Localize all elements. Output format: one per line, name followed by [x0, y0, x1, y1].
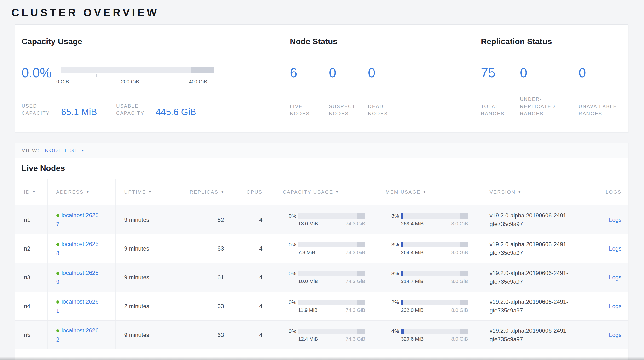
column-header-address[interactable]: ADDRESS▼: [48, 179, 116, 206]
partial-row-cell: [15, 349, 628, 360]
node-version-cell: v19.2.0-alpha.20190606-2491-gfe735c9a97: [481, 234, 605, 263]
column-label: UPTIME: [124, 189, 146, 195]
node-version-cell: v19.2.0-alpha.20190606-2491-gfe735c9a97: [481, 206, 605, 234]
dropdown-caret-icon: ▼: [81, 148, 84, 152]
live-nodes-card: VIEW: NODE LIST ▼ Live Nodes ID▼ADDRESS▼…: [15, 142, 628, 360]
node-id-cell: n4: [15, 292, 48, 321]
node-cpus: 4: [259, 303, 262, 309]
node-replicas-cell: 62: [172, 206, 236, 234]
node-address-link[interactable]: localhost:26258: [56, 240, 99, 257]
sort-caret-icon: ▼: [518, 190, 521, 194]
live-status-dot-icon: [56, 300, 60, 304]
node-uptime: 9 minutes: [124, 245, 149, 252]
capacity-gauge-row: 0.0% 0 GiB200 GiB400 GiB: [22, 66, 290, 79]
node-id-cell: n3: [15, 263, 48, 292]
usable-capacity-stat: USABLE CAPACITY 445.6 GiB: [116, 102, 196, 117]
node-version: v19.2.0-alpha.20190606-2491-gfe735c9a97: [490, 326, 595, 344]
node-cpus-cell: 4: [236, 263, 274, 292]
mem-bar-fill: [401, 328, 404, 334]
mem-max-value: 8.0 GiB: [451, 278, 468, 284]
view-selector-dropdown[interactable]: NODE LIST ▼: [45, 147, 84, 154]
logs-link[interactable]: Logs: [609, 274, 622, 281]
capacity-mini-bar: [298, 213, 365, 219]
node-address-link[interactable]: localhost:26257: [56, 211, 99, 229]
table-row: n1 localhost:26257 9 minutes 62 4 0% 13.…: [15, 206, 628, 234]
capacity-mini-bar: [298, 271, 365, 276]
used-capacity-stat: USED CAPACITY 65.1 MiB: [22, 102, 97, 117]
view-label: VIEW:: [22, 147, 40, 154]
node-address-text: localhost:26262: [56, 327, 99, 342]
column-label: ADDRESS: [56, 189, 84, 195]
capacity-usage-widget: 0% 13.0 MiB 74.3 GiB: [283, 213, 377, 227]
logs-link[interactable]: Logs: [609, 217, 622, 223]
column-label: CPUS: [247, 189, 262, 195]
mem-bar-fill: [401, 271, 403, 276]
column-header-logs: LOGS: [605, 179, 628, 206]
live-status-dot-icon: [56, 329, 60, 332]
mem-max-value: 8.0 GiB: [451, 221, 468, 227]
node-status-section: Node Status 6 LIVE NODES 0 SUSPECT NODES…: [290, 37, 481, 132]
logs-link[interactable]: Logs: [609, 303, 622, 309]
node-uptime-cell: 9 minutes: [116, 263, 172, 292]
capacity-percent-label: 0%: [283, 213, 296, 219]
node-address-text: localhost:26258: [56, 241, 99, 256]
capacity-bar-reserved-segment: [357, 242, 365, 247]
logs-link[interactable]: Logs: [609, 332, 622, 338]
node-address-text: localhost:26257: [56, 212, 99, 227]
capacity-percent-label: 0%: [283, 270, 296, 277]
node-id-cell: n1: [15, 206, 48, 234]
capacity-usage-cell: 0% 12.4 MiB 74.3 GiB: [274, 321, 377, 349]
used-capacity-label: USED CAPACITY: [22, 102, 61, 117]
node-cpus-cell: 4: [236, 292, 274, 321]
page-title: CLUSTER OVERVIEW: [12, 7, 628, 19]
table-row-partial: [15, 349, 628, 360]
node-address-cell: localhost:26262: [48, 321, 116, 349]
column-header-mem-usage[interactable]: MEM USAGE▼: [377, 179, 481, 206]
total-ranges-count: 75: [481, 66, 520, 79]
cluster-overview-page: CLUSTER OVERVIEW Capacity Usage 0.0% 0 G…: [0, 0, 644, 360]
column-header-version[interactable]: VERSION▼: [481, 179, 605, 206]
mem-used-value: 314.7 MiB: [401, 278, 424, 284]
capacity-percent-label: 0%: [283, 242, 296, 248]
live-nodes-stat: 6 LIVE NODES: [290, 66, 329, 117]
node-version: v19.2.0-alpha.20190606-2491-gfe735c9a97: [490, 298, 595, 315]
node-replicas-cell: 63: [172, 234, 236, 263]
mem-percent-label: 3%: [386, 270, 399, 277]
column-header-uptime[interactable]: UPTIME▼: [116, 179, 172, 206]
capacity-gauge: 0 GiB200 GiB400 GiB: [61, 67, 214, 79]
column-header-id[interactable]: ID▼: [15, 179, 48, 206]
summary-card: Capacity Usage 0.0% 0 GiB200 GiB400 GiB …: [15, 25, 628, 132]
node-id: n2: [24, 245, 30, 252]
mem-usage-cell: 3% 268.4 MiB 8.0 GiB: [377, 206, 481, 234]
column-header-replicas[interactable]: REPLICAS▼: [172, 179, 236, 206]
node-id: n3: [24, 274, 30, 281]
node-uptime: 9 minutes: [124, 332, 149, 338]
node-address-link[interactable]: localhost:26259: [56, 268, 99, 286]
live-nodes-label: LIVE NODES: [290, 103, 329, 117]
node-replicas-cell: 63: [172, 292, 236, 321]
node-replicas-cell: 63: [172, 321, 236, 349]
node-address-link[interactable]: localhost:26262: [56, 326, 99, 344]
logs-cell: Logs: [605, 263, 628, 292]
logs-link[interactable]: Logs: [609, 245, 622, 252]
replication-status-section: Replication Status 75 TOTAL RANGES 0 UND…: [481, 37, 628, 132]
mem-bar-fill: [401, 242, 403, 247]
node-version: v19.2.0-alpha.20190606-2491-gfe735c9a97: [490, 211, 595, 229]
column-header-capacity-usage[interactable]: CAPACITY USAGE▼: [274, 179, 377, 206]
usable-capacity-label: USABLE CAPACITY: [116, 102, 156, 117]
node-cpus: 4: [259, 332, 262, 338]
node-address-link[interactable]: localhost:26261: [56, 297, 99, 315]
mem-usage-cell: 3% 264.4 MiB 8.0 GiB: [377, 234, 481, 263]
dead-nodes-count: 0: [368, 66, 407, 79]
node-version: v19.2.0-alpha.20190606-2491-gfe735c9a97: [490, 269, 595, 286]
mem-mini-bar: [401, 242, 468, 247]
node-version-cell: v19.2.0-alpha.20190606-2491-gfe735c9a97: [481, 321, 605, 349]
logs-cell: Logs: [605, 292, 628, 321]
unavailable-ranges-count: 0: [578, 66, 617, 79]
live-nodes-title: Live Nodes: [15, 158, 628, 179]
node-uptime: 2 minutes: [124, 303, 149, 309]
suspect-nodes-stat: 0 SUSPECT NODES: [329, 66, 368, 117]
column-label: REPLICAS: [190, 189, 218, 195]
capacity-usage-widget: 0% 11.9 MiB 74.3 GiB: [283, 299, 377, 313]
capacity-usage-cell: 0% 7.3 MiB 74.3 GiB: [274, 234, 377, 263]
